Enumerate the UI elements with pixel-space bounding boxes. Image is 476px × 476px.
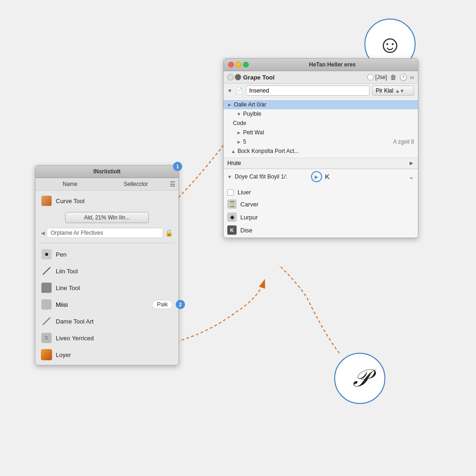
jse-radio[interactable]: [367, 74, 374, 80]
miisi-icon: [41, 299, 52, 310]
hrute-label: Hrute: [227, 160, 241, 166]
doye-item[interactable]: K Dise: [227, 225, 414, 236]
chevron-down-icon[interactable]: ▼: [227, 88, 232, 93]
panel-body: Curve Tool Ald, 21% Win IIn... ◀ Orptame…: [35, 191, 178, 365]
curve-tool-icon: [41, 195, 52, 206]
expand-icon: ▼: [237, 112, 241, 117]
chevron-down-button[interactable]: ⌄: [409, 173, 414, 180]
chevron-left-icon: ◀: [41, 230, 45, 236]
tree-item-label: Pett Wal: [243, 129, 264, 136]
doye-item[interactable]: Liuer: [227, 188, 414, 197]
doye-item-label: Carver: [240, 201, 258, 208]
left-panel-title: INsriistioIt: [93, 168, 121, 175]
grape-tool-label: Grape Tool: [243, 74, 275, 81]
right-panel-title: HeTan Heller eres: [251, 61, 413, 68]
list-item[interactable]: Dame Tool Art: [39, 314, 175, 329]
pen-icon: ■: [41, 249, 52, 260]
dame-tool-label: Dame Tool Art: [56, 318, 93, 325]
svg-line-3: [43, 317, 50, 325]
content-row: ▼ 📄 Insened Pir Kial ▲▼: [224, 84, 418, 98]
decorative-circle-bottom: 𝒫: [334, 353, 385, 404]
svg-line-2: [43, 267, 50, 275]
minimize-button[interactable]: [236, 62, 241, 67]
hrute-arrow-icon[interactable]: ►: [409, 160, 414, 166]
list-item[interactable]: Curve Tool: [39, 193, 175, 208]
miisi-row[interactable]: Miisi Paik 2: [39, 297, 175, 312]
circle-symbol-bottom: 𝒫: [351, 364, 369, 392]
more-icon[interactable]: ››: [410, 73, 414, 81]
loyer-icon: [41, 349, 52, 360]
paik-badge[interactable]: Paik: [152, 300, 173, 309]
tree-row[interactable]: ▼ Puylble: [224, 109, 418, 119]
zgeil-label: A zgeil 8: [393, 139, 414, 145]
ald-button[interactable]: Ald, 21% Win IIn...: [65, 212, 149, 223]
pir-kial-select[interactable]: Pir Kial ▲▼: [372, 86, 414, 96]
doye-item-label: Lurpur: [240, 214, 258, 221]
hourglass-icon: ⌛: [227, 199, 237, 209]
right-titlebar: HeTan Heller eres: [224, 59, 418, 71]
list-item[interactable]: ☷ Liveo Yerriced: [39, 331, 175, 345]
ald-button-row: Ald, 21% Win IIn...: [39, 212, 175, 223]
radio-group: [227, 74, 241, 80]
liin-tool-label: Liin Tool: [56, 268, 78, 275]
doye-section: ▼ Doye Cat fôt Boyil 1/: ▶ K ⌄: [224, 169, 418, 186]
collapse-icon: ▲: [231, 149, 236, 154]
list-item[interactable]: Loyer: [39, 347, 175, 362]
clock-icon[interactable]: 🕐: [399, 73, 407, 81]
doye-item-label: Dise: [240, 227, 252, 234]
doye-header: ▼ Doye Cat fôt Boyil 1/: ▶ K ⌄: [227, 171, 414, 182]
tree-row[interactable]: ► Pett Wal: [224, 128, 418, 137]
hrute-row: Hrute ►: [224, 158, 418, 169]
curve-tool-label: Curve Tool: [56, 198, 85, 205]
grape-tool-area: Grape Tool: [227, 74, 364, 81]
doye-items-list: Liuer ⌛ Carver ◆ Lurpur K Dise: [224, 186, 418, 238]
col-name: Name: [38, 180, 102, 188]
loyer-label: Loyer: [56, 351, 71, 358]
panel-menu-icon[interactable]: ☰: [170, 180, 176, 188]
tree-section: ► Oalle Art 0/ar ▼ Puylble Code ► Pett W…: [224, 98, 418, 158]
tree-row[interactable]: ▲ Bock Konpslta Port Act...: [224, 146, 418, 156]
left-panel: INsriistioIt 1 Name Sellecclor ☰ Curve T…: [35, 165, 179, 365]
pir-kial-value: Pir Kial: [376, 87, 393, 94]
toolbar-row: Grape Tool [Jse] 🗑 🕐 ››: [224, 71, 418, 84]
tree-item-label: Code: [233, 120, 246, 126]
list-item[interactable]: Line Tool: [39, 280, 175, 295]
doye-item-label: Liuer: [238, 189, 251, 196]
k-button[interactable]: K: [325, 173, 330, 180]
zgeil-row[interactable]: ► 5 A zgeil 8: [224, 137, 418, 146]
expand-icon: ►: [237, 130, 241, 135]
insened-field[interactable]: Insened: [246, 86, 370, 96]
list-item[interactable]: Liin Tool: [39, 264, 175, 278]
divider: [39, 243, 175, 243]
close-button[interactable]: [228, 62, 234, 67]
liveo-icon: ☷: [41, 332, 52, 344]
panel-column-header: Name Sellecclor ☰: [35, 178, 178, 191]
k-dark-icon: K: [227, 225, 237, 235]
doye-item[interactable]: ◆ Lurpur: [227, 212, 414, 223]
badge-1: 1: [173, 162, 182, 171]
list-item[interactable]: ■ Pen: [39, 247, 175, 262]
orptame-field[interactable]: Orptame Ar Ffectives: [46, 228, 163, 238]
tree-item-label: 5: [243, 139, 246, 145]
dame-tool-icon: [41, 316, 52, 327]
orptame-row: ◀ Orptame Ar Ffectives 🔒: [39, 227, 175, 239]
jse-label: [Jse]: [375, 74, 387, 80]
maximize-button[interactable]: [243, 62, 249, 67]
doc-icon: 📄: [235, 87, 243, 94]
radio-btn-2[interactable]: [235, 74, 241, 80]
doye-expand-icon[interactable]: ▼: [227, 174, 232, 179]
checkbox-liuer[interactable]: [227, 189, 234, 196]
trash-icon[interactable]: 🗑: [390, 73, 397, 81]
toolbar-right: [Jse] 🗑 🕐 ››: [367, 73, 414, 81]
left-panel-titlebar: INsriistioIt 1: [35, 165, 178, 178]
expand-icon: ►: [227, 102, 232, 107]
lock-icon: 🔒: [165, 229, 173, 237]
tree-row[interactable]: ► Oalle Art 0/ar: [224, 100, 418, 109]
play-button[interactable]: ▶: [311, 171, 322, 182]
tree-row[interactable]: Code: [224, 119, 418, 128]
badge-2: 2: [176, 300, 185, 309]
doye-item[interactable]: ⌛ Carver: [227, 198, 414, 210]
radio-btn-1[interactable]: [227, 74, 234, 80]
liin-tool-icon: [41, 265, 52, 277]
liveo-label: Liveo Yerriced: [56, 335, 94, 342]
